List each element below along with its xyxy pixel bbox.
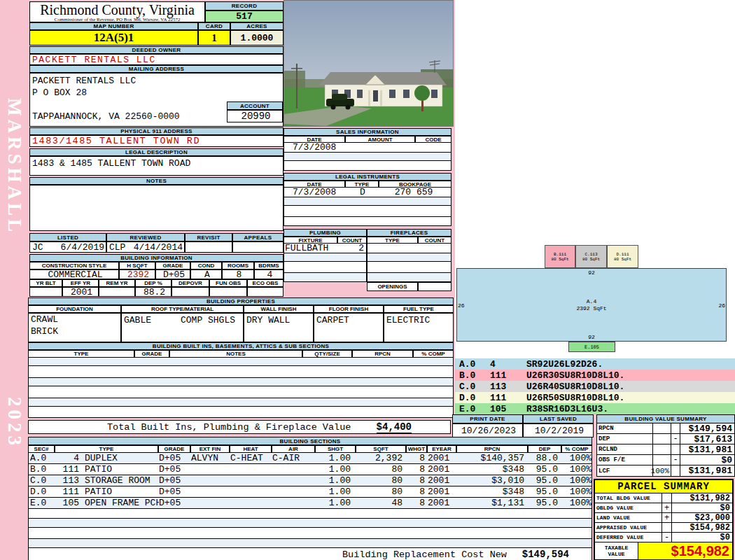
map-number-value: 12A(5)1 <box>29 30 198 46</box>
value-summary-label: RCLND <box>597 444 653 454</box>
cond-value: A <box>190 270 222 279</box>
sketch-main-sqft: 2392 SqFt <box>576 305 606 312</box>
reviewed-value: CLP 4/14/2014 <box>106 241 185 253</box>
building-sections-title: BUILDING SECTIONS <box>28 437 592 445</box>
eyear-header: EYEAR <box>427 445 456 453</box>
section-row-a: A.0 4 DUPLEX D+05 ALVYN C-HEAT C-AIR 1.0… <box>29 453 592 464</box>
sec-dep: 95.0 <box>528 464 562 475</box>
legend-sec: D.0 <box>459 393 490 403</box>
instrument-date-header: DATE <box>284 181 345 188</box>
cond-label: COND <box>190 262 222 270</box>
sketch-box-c: C.113 80 SqFt <box>575 245 607 268</box>
sec-eyear: 2001 <box>428 464 457 475</box>
foundation-line-2: BRICK <box>31 326 58 337</box>
built-ins-total-row: Total Built Ins, Plumbing & Fireplace Va… <box>28 420 451 434</box>
legend-code: 4 <box>490 359 526 370</box>
fireplaces-rows <box>367 244 451 282</box>
instrument-bookpage: 270 659 <box>379 188 448 197</box>
deeded-owner-label: DEEDED OWNER <box>29 46 284 54</box>
construction-style-label: CONSTRUCTION STYLE <box>29 262 119 270</box>
building-sections-rows: A.0 4 DUPLEX D+05 ALVYN C-HEAT C-AIR 1.0… <box>28 453 592 560</box>
wall-finish-header: WALL FINISH <box>244 305 314 313</box>
value-summary-pct <box>653 444 671 454</box>
sales-row: 7/3/2008 <box>284 143 451 153</box>
parcel-sign: + <box>662 513 672 522</box>
sec-header: SEC# <box>28 445 55 453</box>
sketch-dim-bottom: 92 <box>588 334 595 340</box>
value-summary-sign <box>671 465 680 476</box>
section-empty-row <box>29 528 592 539</box>
effyr-label: EFF YR <box>62 279 99 287</box>
effyr-value: 2001 <box>62 287 99 297</box>
sec-comp: 100% <box>562 486 592 497</box>
sec-heat: C-HEAT <box>230 453 272 463</box>
plumbing-table: PLUMBING FIXTURE COUNT FULLBATH 2 <box>284 229 367 291</box>
sec-sqft: 80 <box>356 475 407 486</box>
heat-header: HEAT <box>230 445 272 453</box>
parcel-value: $154,982 <box>672 523 732 532</box>
sale-date: 7/3/2008 <box>284 143 346 153</box>
rpcn-header: RPCN <box>456 445 528 453</box>
dep-pct-value: 88.2 <box>135 287 172 297</box>
value-summary-pct <box>653 455 671 465</box>
building-properties-values: CRAWL BRICK GABLE COMP SHGLS DRY WALL CA… <box>28 313 454 342</box>
section-empty-row <box>29 539 592 548</box>
sec-grade: D+05 <box>159 498 191 508</box>
sec-id: C.0 <box>29 475 55 486</box>
built-ins-comp-header: % COMP <box>413 350 454 358</box>
fireplace-empty-row <box>368 273 451 281</box>
revisit-value <box>185 241 232 253</box>
value-summary-label: RPCN <box>597 424 653 433</box>
appeals-label: APPEALS <box>232 233 284 241</box>
fixture-name: FULLBATH <box>284 244 339 253</box>
building-sections: BUILDING SECTIONS SEC# TYPE GRADE EXT FI… <box>28 437 592 560</box>
plumbing-rows: FULLBATH 2 <box>284 244 367 282</box>
sales-empty-row <box>284 161 451 170</box>
comp-header: % COMP <box>561 445 592 453</box>
sketch-box-b-sqft: 80 SqFt <box>545 257 575 262</box>
account-box: ACCOUNT 20990 <box>227 102 283 122</box>
value-summary-sign <box>671 444 680 454</box>
sec-extfin: ALVYN <box>191 453 230 463</box>
parcel-row-taxable: TAXABLE VALUE $154,982 <box>595 542 732 559</box>
replacement-cost-row: Building Replacement Cost New $149,594 <box>29 548 592 560</box>
sketch-dim-left: 26 <box>458 302 465 309</box>
sketch-box-b: B.111 80 SqFt <box>545 245 575 268</box>
sketch-dim-top: 92 <box>588 270 595 276</box>
legal-instruments: LEGAL INSTRUMENTS DATE TYPE BOOKPAGE 7/3… <box>284 173 451 226</box>
value-summary-sign: - <box>671 455 680 465</box>
instrument-empty-row <box>284 217 451 225</box>
reviewed-initials: CLP <box>109 242 125 253</box>
parcel-sign <box>662 523 672 532</box>
sec-comp: 100% <box>562 464 592 475</box>
sec-dep: 95.0 <box>528 498 562 508</box>
rooms-value: 8 <box>222 270 254 279</box>
record-box: RECORD 517 <box>205 1 284 22</box>
built-ins-notes-header: NOTES <box>169 350 302 358</box>
value-summary-label: LCF <box>597 465 653 476</box>
notes-label: NOTES <box>29 177 284 185</box>
foundation-header: FOUNDATION <box>28 305 121 313</box>
record-label: RECORD <box>205 1 284 10</box>
parcel-value: $23,000 <box>672 513 732 522</box>
building-sections-headers: SEC# TYPE GRADE EXT FIN HEAT AIR SHGT SQ… <box>28 445 592 453</box>
value-summary-value: $149,594 <box>680 424 734 433</box>
built-ins-empty-row <box>29 407 453 416</box>
parcel-label: LAND VALUE <box>595 513 662 522</box>
listed-initials: JC <box>32 242 43 253</box>
parcel-row-land: LAND VALUE + $23,000 <box>595 513 732 523</box>
legend-path: R38SR16D3L16U3. <box>526 404 608 414</box>
sec-grade: D+05 <box>159 486 191 497</box>
last-saved-value: 10/2/2019 <box>523 424 594 438</box>
sec-whgt: 8 <box>407 498 428 508</box>
sec-eyear: 2001 <box>428 453 457 463</box>
built-ins: BUILDING BUILT INS, BASEMENTS, ATTICS & … <box>28 342 454 418</box>
sketch-box-e: E.105 <box>568 342 615 352</box>
building-info-values-2: 2001 88.2 <box>29 287 284 297</box>
sketch-box-c-label: C.113 <box>576 252 606 257</box>
card-value: 1 <box>198 30 230 46</box>
sketch-legend: A.0 4 SR92U26L92D26. B.0 111 U26R30SU8R1… <box>455 358 735 414</box>
legend-row-a: A.0 4 SR92U26L92D26. <box>455 358 735 370</box>
plumbing-title: PLUMBING <box>284 229 367 237</box>
sec-type-name: PATIO <box>79 464 159 475</box>
